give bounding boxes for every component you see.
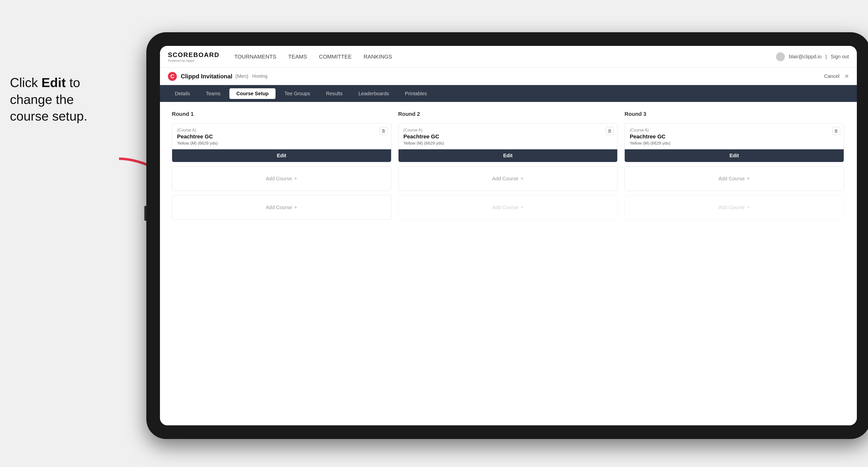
app-container: SCOREBOARD Powered by clippd TOURNAMENTS… [160,46,857,425]
nav-rankings[interactable]: RANKINGS [364,53,392,61]
add-course-plus-r1-1: + [294,175,297,182]
nav-links: TOURNAMENTS TEAMS COMMITTEE RANKINGS [235,53,776,61]
round-3-edit-button[interactable]: Edit [625,149,844,162]
round-2-edit-button[interactable]: Edit [399,149,618,162]
user-area: blair@clippd.io | Sign out [776,52,849,61]
cancel-button[interactable]: Cancel [824,73,839,79]
round-3-header: Round 3 [624,111,844,117]
top-nav: SCOREBOARD Powered by clippd TOURNAMENTS… [160,46,857,68]
sign-out-link[interactable]: Sign out [831,54,849,60]
trash-icon-r3: 🗑 [834,128,838,134]
tab-teams[interactable]: Teams [199,88,227,99]
nav-committee[interactable]: COMMITTEE [319,53,352,61]
add-course-text-r1-1: Add Course [266,176,292,182]
round-2-column: Round 2 (Course A) Peachtree GC Yellow (… [398,111,618,220]
tab-course-setup[interactable]: Course Setup [229,88,276,99]
round-3-add-course-1[interactable]: Add Course + [624,166,844,191]
round-2-course-name: Peachtree GC [403,133,613,140]
round-3-course-card: (Course A) Peachtree GC Yellow (M) (6629… [624,123,844,162]
round-1-add-course-2[interactable]: Add Course + [172,195,391,220]
round-3-course-label: (Course A) [630,128,839,132]
add-course-plus-r2-2: + [520,204,524,211]
round-3-course-name: Peachtree GC [630,133,839,140]
tournament-logo: C [168,72,177,81]
logo-area: SCOREBOARD Powered by clippd [168,51,219,62]
round-1-edit-button[interactable]: Edit [172,149,391,162]
round-2-course-tee: Yellow (M) (6629 yds) [403,141,613,146]
tabs-bar: Details Teams Course Setup Tee Groups Re… [160,85,857,102]
trash-icon-r2: 🗑 [608,128,612,134]
round-1-delete-button[interactable]: 🗑 [380,127,388,135]
tab-leaderboards[interactable]: Leaderboards [351,88,396,99]
hosting-badge: Hosting [252,74,267,79]
sub-header: C Clippd Invitational (Men) Hosting Canc… [160,68,857,85]
cancel-x-icon[interactable]: ✕ [844,73,849,80]
round-1-course-card: (Course A) Peachtree GC Yellow (M) (6629… [172,123,391,162]
round-3-course-tee: Yellow (M) (6629 yds) [630,141,839,146]
tab-printables[interactable]: Printables [398,88,434,99]
bold-edit: Edit [41,75,66,90]
round-3-add-course-2: Add Course + [624,195,844,220]
add-course-plus-r1-2: + [294,204,297,211]
sub-header-right: Cancel ✕ [824,73,849,80]
round-3-delete-button[interactable]: 🗑 [832,127,840,135]
nav-separator: | [825,54,827,60]
round-1-course-name: Peachtree GC [177,133,386,140]
round-2-course-label: (Course A) [403,128,613,132]
tab-tee-groups[interactable]: Tee Groups [278,88,317,99]
trash-icon: 🗑 [381,128,386,134]
round-2-delete-button[interactable]: 🗑 [606,127,614,135]
tab-results[interactable]: Results [319,88,349,99]
round-1-header: Round 1 [172,111,391,117]
main-content: Round 1 (Course A) Peachtree GC Yellow (… [160,102,857,425]
round-2-course-card: (Course A) Peachtree GC Yellow (M) (6629… [398,123,618,162]
round-1-column: Round 1 (Course A) Peachtree GC Yellow (… [172,111,391,220]
tablet-screen: SCOREBOARD Powered by clippd TOURNAMENTS… [160,46,857,425]
add-course-plus-r2-1: + [520,175,524,182]
round-3-column: Round 3 (Course A) Peachtree GC Yellow (… [624,111,844,220]
side-button [144,206,146,221]
tournament-name: Clippd Invitational [181,73,232,80]
logo-subtitle: Powered by clippd [168,59,219,62]
add-course-text-r1-2: Add Course [266,205,292,210]
instruction-text: Click Edit tochange thecourse setup. [0,69,139,130]
course-card-inner-r1: (Course A) Peachtree GC Yellow (M) (6629… [172,124,391,146]
round-1-course-tee: Yellow (M) (6629 yds) [177,141,386,146]
nav-teams[interactable]: TEAMS [288,53,307,61]
round-2-add-course-1[interactable]: Add Course + [398,166,618,191]
course-card-inner-r3: (Course A) Peachtree GC Yellow (M) (6629… [625,124,844,146]
add-course-text-r3-1: Add Course [718,176,745,182]
round-2-header: Round 2 [398,111,618,117]
add-course-text-r2-1: Add Course [492,176,519,182]
tab-details[interactable]: Details [168,88,197,99]
nav-tournaments[interactable]: TOURNAMENTS [235,53,277,61]
add-course-text-r3-2: Add Course [718,205,745,210]
round-1-course-label: (Course A) [177,128,386,132]
app-logo: SCOREBOARD [168,51,219,59]
add-course-text-r2-2: Add Course [492,205,519,210]
course-card-inner-r2: (Course A) Peachtree GC Yellow (M) (6629… [399,124,618,146]
user-email: blair@clippd.io [789,54,822,60]
tablet-shell: SCOREBOARD Powered by clippd TOURNAMENTS… [146,32,868,439]
tournament-gender: (Men) [235,73,248,79]
rounds-container: Round 1 (Course A) Peachtree GC Yellow (… [172,111,845,220]
add-course-plus-r3-1: + [747,175,750,182]
round-1-add-course-1[interactable]: Add Course + [172,166,391,191]
user-avatar [776,52,785,61]
round-2-add-course-2: Add Course + [398,195,618,220]
add-course-plus-r3-2: + [747,204,750,211]
